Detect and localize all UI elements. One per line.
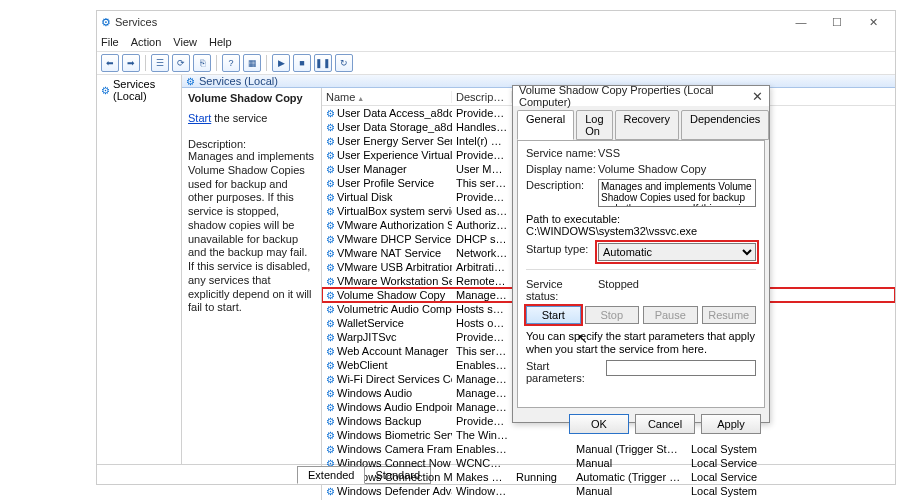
toolbar-separator: [216, 55, 217, 71]
refresh-button[interactable]: ⟳: [172, 54, 190, 72]
menu-action[interactable]: Action: [131, 36, 162, 48]
display-name-value: Volume Shadow Copy: [598, 163, 756, 175]
list-header-label: Services (Local): [199, 75, 278, 87]
path-label: Path to executable:: [526, 213, 756, 225]
service-row[interactable]: ⚙Windows Camera Frame Se..Enables mul..M…: [322, 442, 895, 456]
start-params-input[interactable]: [606, 360, 756, 376]
tab-general[interactable]: General: [517, 110, 574, 140]
menu-help[interactable]: Help: [209, 36, 232, 48]
tree-root-label: Services (Local): [113, 78, 177, 102]
restart-service-button[interactable]: ↻: [335, 54, 353, 72]
gear-icon: ⚙: [186, 76, 195, 87]
gear-icon: ⚙: [326, 416, 335, 427]
toolbar-separator: [266, 55, 267, 71]
service-desc: Handles sto..: [452, 121, 512, 133]
service-desc: Provides m..: [452, 191, 512, 203]
pause-button: Pause: [643, 306, 698, 324]
tab-recovery[interactable]: Recovery: [615, 110, 679, 140]
back-button[interactable]: ⬅: [101, 54, 119, 72]
pause-service-button[interactable]: ❚❚: [314, 54, 332, 72]
tree-root-services-local[interactable]: ⚙ Services (Local): [99, 77, 179, 103]
tab-extended[interactable]: Extended: [297, 466, 365, 484]
menu-view[interactable]: View: [173, 36, 197, 48]
stop-service-button[interactable]: ■: [293, 54, 311, 72]
service-desc: Intel(r) Ener..: [452, 135, 512, 147]
startup-type-select[interactable]: Automatic: [598, 243, 756, 261]
service-name: Virtual Disk: [337, 191, 392, 203]
service-desc: Provides Wi..: [452, 415, 512, 427]
minimize-button[interactable]: —: [783, 11, 819, 33]
export-button[interactable]: ⎘: [193, 54, 211, 72]
start-service-link[interactable]: Start: [188, 112, 211, 124]
toolbar: ⬅ ➡ ☰ ⟳ ⎘ ? ▦ ▶ ■ ❚❚ ↻: [97, 51, 895, 75]
service-row[interactable]: ⚙Windows Connect Now - C..WCNCSVC ..Manu…: [322, 456, 895, 470]
service-name: Web Account Manager: [337, 345, 448, 357]
close-button[interactable]: ✕: [855, 11, 891, 33]
service-name: VMware Workstation Server: [337, 275, 452, 287]
dialog-title: Volume Shadow Copy Properties (Local Com…: [519, 84, 752, 108]
description-label: Description:: [526, 179, 598, 191]
forward-button[interactable]: ➡: [122, 54, 140, 72]
startup-type-label: Startup type:: [526, 243, 598, 255]
service-desc: User Manag..: [452, 163, 512, 175]
menu-file[interactable]: File: [101, 36, 119, 48]
display-name-label: Display name:: [526, 163, 598, 175]
cancel-button[interactable]: Cancel: [635, 414, 695, 434]
service-name: User Experience Virtualizatio..: [337, 149, 452, 161]
start-service-button[interactable]: ▶: [272, 54, 290, 72]
col-name[interactable]: Name▲: [322, 91, 452, 103]
service-logon: Local Service: [687, 457, 767, 469]
service-name: Windows Biometric Service: [337, 429, 452, 441]
service-name: WarpJITSvc: [337, 331, 397, 343]
service-name: Volume Shadow Copy: [337, 289, 445, 301]
description-value[interactable]: [598, 179, 756, 207]
service-logon: Local Service: [687, 471, 767, 483]
gear-icon: ⚙: [326, 332, 335, 343]
dialog-close-button[interactable]: ✕: [752, 89, 763, 104]
service-status-value: Stopped: [598, 278, 756, 290]
service-logon: Local System: [687, 443, 767, 455]
maximize-button[interactable]: ☐: [819, 11, 855, 33]
service-desc: Hosts objec..: [452, 317, 512, 329]
show-hide-tree-button[interactable]: ☰: [151, 54, 169, 72]
gear-icon: ⚙: [326, 304, 335, 315]
service-name: WebClient: [337, 359, 388, 371]
gear-icon: ⚙: [326, 220, 335, 231]
gear-icon: ⚙: [326, 206, 335, 217]
services-window: ⚙ Services — ☐ ✕ File Action View Help ⬅…: [96, 10, 896, 485]
gear-icon: ⚙: [326, 444, 335, 455]
help-button[interactable]: ?: [222, 54, 240, 72]
gear-icon: ⚙: [326, 164, 335, 175]
service-desc: DHCP servi..: [452, 233, 512, 245]
col-description[interactable]: Description: [452, 91, 512, 103]
properties-dialog: Volume Shadow Copy Properties (Local Com…: [512, 85, 770, 423]
gear-icon: ⚙: [326, 122, 335, 133]
menubar: File Action View Help: [97, 33, 895, 51]
service-name: VMware Authorization Servi..: [337, 219, 452, 231]
apply-button[interactable]: Apply: [701, 414, 761, 434]
service-startup: Automatic (Trigger Start): [572, 471, 687, 483]
service-row[interactable]: ⚙Windows Defender Advanc..Windows D..Man…: [322, 484, 895, 498]
service-desc: Provides su..: [452, 149, 512, 161]
service-desc: Enables mul..: [452, 443, 512, 455]
service-desc: Manages au..: [452, 401, 512, 413]
detail-desc-text: Manages and implements Volume Shadow Cop…: [188, 150, 315, 315]
service-name: Volumetric Audio Composit..: [337, 303, 452, 315]
properties-button[interactable]: ▦: [243, 54, 261, 72]
service-name: VMware NAT Service: [337, 247, 441, 259]
service-name: Windows Camera Frame Se..: [337, 443, 452, 455]
service-desc: This service ..: [452, 177, 512, 189]
tree-pane: ⚙ Services (Local): [97, 75, 182, 464]
sort-ascending-icon: ▲: [357, 95, 364, 102]
gear-icon: ⚙: [326, 276, 335, 287]
service-row[interactable]: ⚙Windows Connection Man..Makes auto..Run…: [322, 470, 895, 484]
tab-logon[interactable]: Log On: [576, 110, 612, 140]
tab-dependencies[interactable]: Dependencies: [681, 110, 769, 140]
gear-icon: ⚙: [326, 192, 335, 203]
service-desc: Remote acc..: [452, 275, 512, 287]
service-desc: WCNCSVC ..: [452, 457, 512, 469]
start-button[interactable]: Start: [526, 306, 581, 324]
ok-button[interactable]: OK: [569, 414, 629, 434]
service-status: Running: [512, 471, 572, 483]
detail-title: Volume Shadow Copy: [188, 92, 315, 104]
